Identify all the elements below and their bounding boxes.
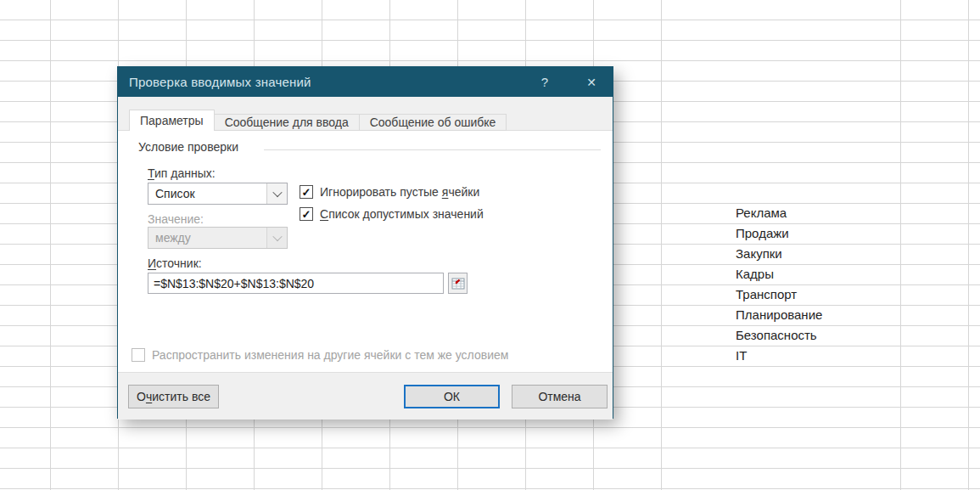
clear-all-label-pre: О	[137, 390, 146, 403]
tab-input-message[interactable]: Сообщение для ввода	[215, 114, 360, 131]
source-label-rest: сточник:	[156, 256, 202, 270]
data-validation-dialog: Проверка вводимых значений ? ✕ Параметры…	[117, 66, 613, 419]
data-label: Значение:	[148, 212, 204, 226]
ignore-blank-label-pre: Игнорировать пустые	[320, 185, 442, 199]
checkmark-icon: ✓	[302, 187, 311, 198]
help-button[interactable]: ?	[528, 67, 562, 97]
ignore-blank-label: Игнорировать пустые ячейки	[320, 185, 479, 199]
help-icon: ?	[541, 75, 548, 89]
ignore-blank-checkbox[interactable]: ✓ Игнорировать пустые ячейки	[300, 185, 479, 199]
apply-to-all-label: Распространить изменения на другие ячейк…	[152, 348, 508, 362]
allow-combobox[interactable]: Список	[148, 183, 288, 205]
tab-label: Сообщение для ввода	[225, 115, 349, 129]
in-cell-dropdown-checkbox[interactable]: ✓ Список допустимых значений	[300, 207, 484, 221]
data-combobox: между	[148, 227, 288, 249]
ok-button[interactable]: ОК	[404, 385, 500, 408]
allow-combobox-arrow[interactable]	[266, 183, 287, 204]
source-label: Источник:	[148, 256, 202, 270]
checkbox-box[interactable]: ✓	[300, 185, 313, 199]
allow-label-rest: ип данных:	[154, 166, 216, 180]
data-combobox-value: между	[148, 231, 266, 245]
checkbox-box	[132, 348, 145, 362]
list-item[interactable]: Планирование	[731, 305, 900, 325]
gridline-vertical	[968, 0, 969, 490]
clear-all-label: Очистить все	[137, 390, 210, 403]
close-icon: ✕	[586, 76, 596, 89]
list-item[interactable]: IT	[731, 346, 900, 366]
dialog-titlebar[interactable]: Проверка вводимых значений ? ✕	[118, 67, 613, 97]
data-combobox-arrow	[266, 228, 287, 248]
dialog-title: Проверка вводимых значений	[118, 75, 311, 89]
collapse-dialog-button[interactable]	[448, 273, 468, 294]
tab-settings[interactable]: Параметры	[129, 110, 215, 131]
chevron-down-icon	[272, 188, 282, 197]
in-cell-dropdown-label-accel: С	[320, 207, 328, 221]
checkbox-box[interactable]: ✓	[300, 207, 313, 221]
allow-combobox-value: Список	[148, 187, 266, 200]
tab-strip: Параметры Сообщение для ввода Сообщение …	[118, 97, 613, 130]
clear-all-label-rest: истить все	[152, 390, 210, 403]
ignore-blank-label-rest: чейки	[448, 185, 479, 199]
apply-to-all-checkbox: Распространить изменения на другие ячейк…	[132, 348, 508, 362]
validation-criteria-group-label: Условие проверки	[138, 140, 238, 154]
source-label-accel: И	[148, 256, 156, 270]
checkmark-icon: ✓	[302, 209, 311, 220]
list-item[interactable]: Кадры	[731, 264, 900, 284]
clear-all-button[interactable]: Очистить все	[128, 385, 219, 408]
group-divider	[264, 149, 601, 150]
allow-label-accel: Т	[148, 166, 154, 180]
tab-label: Сообщение об ошибке	[370, 115, 496, 129]
list-item[interactable]: Продажи	[731, 223, 900, 244]
list-item[interactable]: Закупки	[731, 244, 900, 264]
tab-error-alert[interactable]: Сообщение об ошибке	[360, 114, 507, 131]
list-item[interactable]: Транспорт	[731, 284, 900, 305]
collapse-dialog-icon	[451, 278, 465, 290]
in-cell-dropdown-label-rest: писок допустимых значений	[328, 207, 484, 221]
list-item[interactable]: Реклама	[731, 203, 900, 223]
list-item[interactable]: Безопасность	[731, 325, 900, 346]
allow-label: Тип данных:	[148, 166, 216, 180]
cancel-button[interactable]: Отмена	[512, 385, 608, 408]
close-button[interactable]: ✕	[574, 67, 608, 97]
in-cell-dropdown-label: Список допустимых значений	[320, 207, 484, 221]
source-input[interactable]	[148, 273, 444, 294]
cancel-label: Отмена	[538, 390, 580, 403]
ok-label: ОК	[444, 390, 460, 403]
gridline-vertical	[900, 0, 901, 490]
chevron-down-icon	[272, 232, 282, 241]
tab-label: Параметры	[140, 114, 204, 127]
